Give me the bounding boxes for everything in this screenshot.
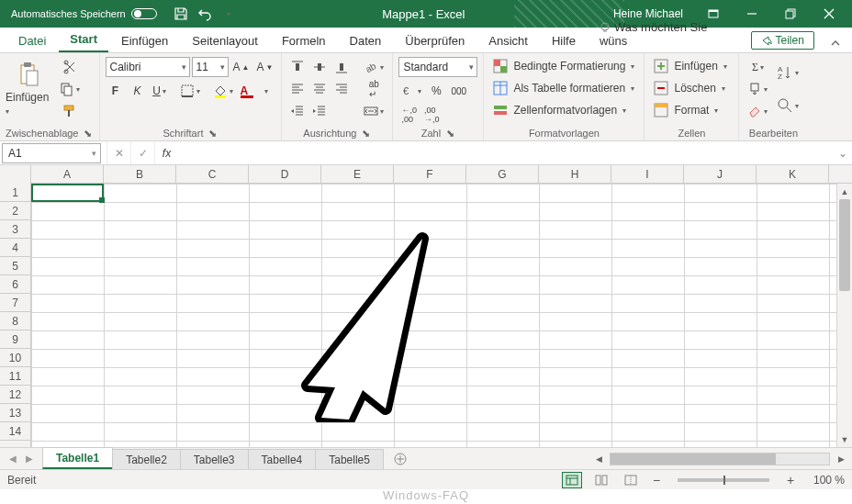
tab-data[interactable]: Daten: [339, 29, 393, 52]
row-header[interactable]: 12: [0, 386, 30, 404]
vertical-scrollbar[interactable]: ▲ ▼: [836, 184, 852, 447]
h-scroll-track[interactable]: [610, 453, 830, 465]
row-header[interactable]: 13: [0, 404, 30, 422]
insert-function-button[interactable]: fx: [154, 141, 178, 164]
row-header[interactable]: 10: [0, 349, 30, 367]
tab-formulas[interactable]: Formeln: [271, 29, 337, 52]
merge-button[interactable]: [361, 101, 387, 121]
cell-styles-button[interactable]: Zellenformatvorlagen ▾: [489, 101, 630, 119]
qat-customize[interactable]: [218, 3, 240, 25]
autosum-button[interactable]: Σ: [745, 57, 770, 77]
cells-area[interactable]: [31, 184, 836, 447]
format-as-table-button[interactable]: Als Tabelle formatieren ▾: [489, 79, 638, 97]
insert-cells-button[interactable]: Einfügen ▾: [650, 57, 730, 75]
save-button[interactable]: [170, 3, 192, 25]
sheet-nav-next[interactable]: ▶: [22, 452, 37, 466]
v-scroll-thumb[interactable]: [839, 199, 850, 291]
zoom-slider[interactable]: [678, 478, 769, 482]
autosave-toggle[interactable]: Automatisches Speichern: [4, 8, 164, 19]
tab-help[interactable]: Hilfe: [541, 29, 587, 52]
fill-button[interactable]: [745, 79, 770, 99]
view-page-layout-button[interactable]: [591, 472, 611, 488]
expand-formula-bar-button[interactable]: ⌄: [834, 147, 852, 160]
clear-button[interactable]: [745, 101, 770, 121]
increase-indent-button[interactable]: [309, 101, 330, 121]
enter-formula-button[interactable]: ✓: [130, 141, 154, 164]
percent-button[interactable]: %: [426, 81, 446, 101]
row-header[interactable]: 11: [0, 367, 30, 386]
row-header[interactable]: 3: [0, 220, 30, 239]
v-scroll-track[interactable]: [837, 199, 852, 431]
copy-button[interactable]: [57, 79, 83, 99]
accounting-format-button[interactable]: €: [398, 81, 424, 101]
col-header[interactable]: A: [31, 165, 104, 184]
border-button[interactable]: [177, 81, 203, 101]
sort-filter-button[interactable]: AZ: [774, 57, 802, 88]
tab-file[interactable]: Datei: [7, 29, 57, 52]
col-header[interactable]: C: [176, 165, 249, 184]
increase-decimal-button[interactable]: ←,0,00: [398, 105, 420, 125]
scroll-up-button[interactable]: ▲: [837, 184, 852, 199]
col-header[interactable]: B: [104, 165, 176, 184]
tell-me[interactable]: Was möchten Sie wüns: [589, 16, 744, 52]
row-header[interactable]: 7: [0, 294, 30, 312]
conditional-formatting-button[interactable]: Bedingte Formatierung ▾: [489, 57, 638, 75]
col-header[interactable]: E: [321, 165, 394, 184]
scroll-left-button[interactable]: ◀: [591, 452, 606, 466]
cut-button[interactable]: [57, 57, 83, 77]
row-header[interactable]: 6: [0, 275, 30, 294]
row-header[interactable]: 2: [0, 202, 30, 220]
clipboard-launcher[interactable]: ⬊: [83, 128, 94, 139]
h-scroll-thumb[interactable]: [611, 454, 776, 465]
italic-button[interactable]: K: [128, 81, 148, 101]
col-header[interactable]: H: [539, 165, 611, 184]
align-right-button[interactable]: [331, 79, 352, 99]
align-bottom-button[interactable]: [331, 57, 352, 77]
cancel-formula-button[interactable]: ✕: [106, 141, 130, 164]
align-center-button[interactable]: [309, 79, 330, 99]
number-launcher[interactable]: ⬊: [444, 128, 455, 139]
active-cell[interactable]: [31, 184, 104, 202]
grow-font-button[interactable]: A▲: [230, 57, 252, 77]
scroll-down-button[interactable]: ▼: [837, 431, 852, 447]
col-header[interactable]: G: [466, 165, 539, 184]
delete-cells-button[interactable]: Löschen ▾: [650, 79, 728, 97]
sheet-tab[interactable]: Tabelle3: [180, 449, 249, 469]
bold-button[interactable]: F: [106, 81, 126, 101]
find-select-button[interactable]: [774, 90, 802, 121]
col-header[interactable]: J: [684, 165, 757, 184]
number-format-combo[interactable]: Standard: [398, 57, 477, 77]
row-header[interactable]: 4: [0, 239, 30, 257]
zoom-in-button[interactable]: +: [784, 473, 797, 487]
row-header[interactable]: 1: [0, 184, 30, 202]
underline-button[interactable]: U: [150, 81, 170, 101]
collapse-ribbon-button[interactable]: [827, 34, 845, 52]
tab-page-layout[interactable]: Seitenlayout: [181, 29, 269, 52]
undo-button[interactable]: [194, 3, 216, 25]
col-header[interactable]: D: [249, 165, 321, 184]
close-button[interactable]: [810, 0, 848, 28]
font-launcher[interactable]: ⬊: [207, 128, 218, 139]
font-color-button[interactable]: A: [238, 81, 272, 101]
decrease-indent-button[interactable]: [287, 101, 308, 121]
comma-button[interactable]: 000: [448, 81, 469, 101]
format-painter-button[interactable]: [57, 101, 83, 121]
decrease-decimal-button[interactable]: ,00→,0: [421, 105, 443, 125]
sheet-nav-prev[interactable]: ◀: [6, 452, 20, 466]
name-box[interactable]: A1: [2, 143, 101, 163]
tab-review[interactable]: Überprüfen: [394, 29, 476, 52]
scroll-right-button[interactable]: ▶: [834, 452, 848, 466]
align-left-button[interactable]: [287, 79, 308, 99]
row-header[interactable]: 14: [0, 422, 30, 441]
tab-insert[interactable]: Einfügen: [110, 29, 179, 52]
col-header[interactable]: F: [394, 165, 466, 184]
paste-button[interactable]: Einfügen: [6, 57, 53, 121]
select-all-corner[interactable]: [0, 165, 31, 184]
wrap-text-button[interactable]: ab↵: [361, 79, 387, 99]
sheet-tab[interactable]: Tabelle2: [112, 449, 181, 469]
font-name-combo[interactable]: Calibri: [106, 57, 190, 77]
zoom-out-button[interactable]: −: [650, 473, 663, 487]
align-middle-button[interactable]: [309, 57, 330, 77]
restore-button[interactable]: [771, 0, 810, 28]
orientation-button[interactable]: ab: [361, 57, 387, 77]
